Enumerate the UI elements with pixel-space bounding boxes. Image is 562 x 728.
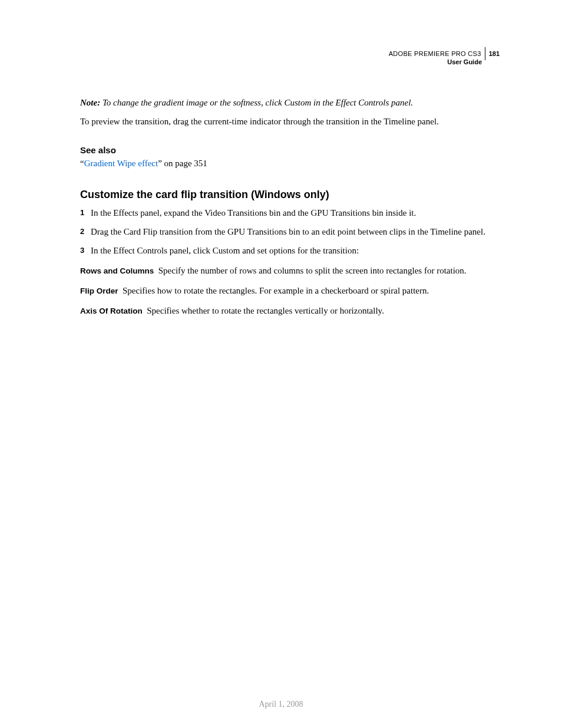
page-number: 181 (489, 50, 500, 58)
definition-item: Flip Order Specifies how to rotate the r… (80, 284, 500, 298)
gradient-wipe-link[interactable]: Gradient Wipe effect (84, 159, 158, 168)
note-paragraph: Note: To change the gradient image or th… (80, 96, 500, 110)
quote-open: “ (80, 159, 84, 168)
definition-item: Axis Of Rotation Specifies whether to ro… (80, 304, 500, 318)
step-text: Drag the Card Flip transition from the G… (91, 225, 500, 239)
see-also-heading: See also (80, 145, 500, 155)
steps-list: 1 In the Effects panel, expand the Video… (80, 206, 500, 258)
step-number: 2 (80, 225, 91, 239)
definition-term: Rows and Columns (80, 266, 154, 275)
product-name: ADOBE PREMIERE PRO CS3 (389, 50, 481, 58)
step-number: 3 (80, 243, 91, 258)
step-text: In the Effects panel, expand the Video T… (91, 206, 500, 220)
step-text: In the Effect Controls panel, click Cust… (91, 243, 500, 258)
guide-label: User Guide (80, 58, 482, 67)
definition-term: Axis Of Rotation (80, 307, 143, 315)
definition-desc: Specifies whether to rotate the rectangl… (147, 306, 384, 315)
step-number: 1 (80, 206, 91, 220)
preview-instruction: To preview the transition, drag the curr… (80, 115, 500, 129)
note-text: To change the gradient image or the soft… (103, 98, 413, 107)
definition-item: Rows and Columns Specify the number of r… (80, 263, 500, 278)
step-item: 3 In the Effect Controls panel, click Cu… (80, 243, 500, 258)
header-separator (485, 47, 485, 60)
cross-reference: “Gradient Wipe effect” on page 351 (80, 159, 500, 169)
page-content: ADOBE PREMIERE PRO CS3 181 User Guide No… (0, 0, 562, 318)
definition-desc: Specifies how to rotate the rectangles. … (123, 286, 429, 295)
note-label: Note: (80, 98, 100, 107)
step-item: 1 In the Effects panel, expand the Video… (80, 206, 500, 220)
page-header: ADOBE PREMIERE PRO CS3 181 User Guide (80, 47, 500, 67)
section-heading: Customize the card flip transition (Wind… (80, 189, 500, 201)
footer-date: April 1, 2008 (0, 700, 562, 709)
xref-suffix: ” on page 351 (158, 159, 207, 168)
definition-desc: Specify the number of rows and columns t… (158, 266, 467, 275)
definition-term: Flip Order (80, 286, 118, 295)
step-item: 2 Drag the Card Flip transition from the… (80, 225, 500, 239)
